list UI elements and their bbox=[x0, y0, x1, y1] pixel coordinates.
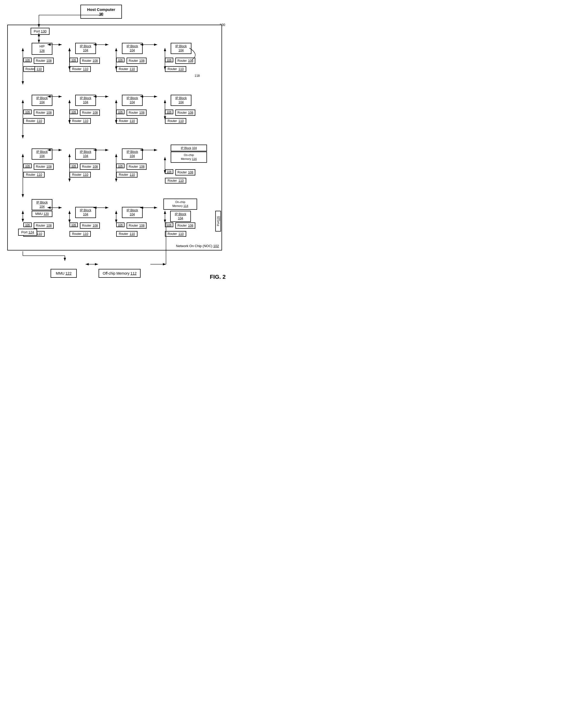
host-computer-label: Host Computer bbox=[87, 7, 115, 12]
router-main-row-1-4: Router 110 bbox=[165, 66, 186, 72]
router-label-1-1: Router bbox=[23, 66, 35, 72]
ip-block-3-1: IP Block104 bbox=[31, 148, 52, 160]
ref-118: 118 bbox=[194, 74, 200, 78]
router-main-1-1: Router 108 bbox=[34, 58, 54, 64]
host-computer-box: Host Computer 10 bbox=[80, 5, 122, 19]
router-ref-1-1: 110 bbox=[35, 66, 44, 72]
mmu-120: MMU 120 bbox=[31, 211, 52, 217]
router-main-row-2-2: Router 110 bbox=[69, 118, 91, 124]
ip-block-1-3: IP Block104 bbox=[122, 43, 143, 54]
onchip-mem-116: On-chipMemory 116 bbox=[171, 151, 207, 163]
port-124: Port 124 bbox=[18, 229, 37, 236]
router-main-row-4-2: Router 110 bbox=[69, 231, 91, 237]
router-main-row-4-4: Router 110 bbox=[165, 231, 186, 237]
router-main-row-3-4: Router 110 bbox=[165, 178, 186, 184]
host-computer-ref: 10 bbox=[99, 12, 104, 16]
ip-block-1-4: IP Block104 bbox=[171, 43, 191, 54]
ip-block-3-3: IP Block104 bbox=[122, 148, 143, 160]
ip-block-4-2: IP Block104 bbox=[75, 207, 96, 218]
noc-box: Network On Chip (NOC) 102 Port 130 HIP12… bbox=[7, 25, 222, 250]
mmu-122: MMU 122 bbox=[50, 269, 77, 278]
noc-label: Network On Chip (NOC) 102 bbox=[176, 244, 219, 248]
ip-block-4-4: IP Block104 bbox=[170, 211, 191, 222]
badge-106-1-1: 106 bbox=[23, 58, 31, 62]
port-130: Port 130 bbox=[30, 28, 49, 35]
router-main-row-1-3: Router 110 bbox=[116, 66, 138, 72]
router-main-row-2-3: Router 110 bbox=[116, 118, 138, 124]
ip-block-4-3: IP Block104 bbox=[122, 207, 143, 218]
router-main-row-3-1: Router 110 bbox=[23, 172, 45, 178]
router-main-row-4-3: Router 110 bbox=[116, 231, 138, 237]
onchip-mem-114: On-chipMemory 114 bbox=[163, 199, 197, 210]
ip-block-3-2: IP Block104 bbox=[75, 148, 96, 160]
router-main-row-3-3: Router 110 bbox=[116, 172, 138, 178]
fig-label: FIG. 2 bbox=[210, 273, 226, 280]
ip-block-3-4-label: IP Block 104 bbox=[171, 145, 207, 151]
ip-block-2-3: IP Block104 bbox=[122, 95, 143, 106]
hip-block: HIP128 bbox=[31, 43, 52, 55]
port-126: Port 126 bbox=[215, 211, 221, 231]
ip-block-2-4: IP Block104 bbox=[171, 95, 191, 106]
router-main-row-2-1: Router 110 bbox=[23, 118, 45, 124]
ip-block-2-2: IP Block104 bbox=[75, 95, 96, 106]
ip-block-1-2: IP Block104 bbox=[75, 43, 96, 54]
ip-block-2-1: IP Block104 bbox=[31, 95, 52, 106]
offchip-memory: Off-chip Memory 112 bbox=[99, 269, 141, 278]
router-main-row-1-2: Router 110 bbox=[69, 66, 91, 72]
router-main-row-3-2: Router 110 bbox=[69, 172, 91, 178]
ip-block-4-1: IP Block104 bbox=[31, 199, 52, 210]
router-main-row-2-4: Router 110 bbox=[165, 118, 186, 124]
